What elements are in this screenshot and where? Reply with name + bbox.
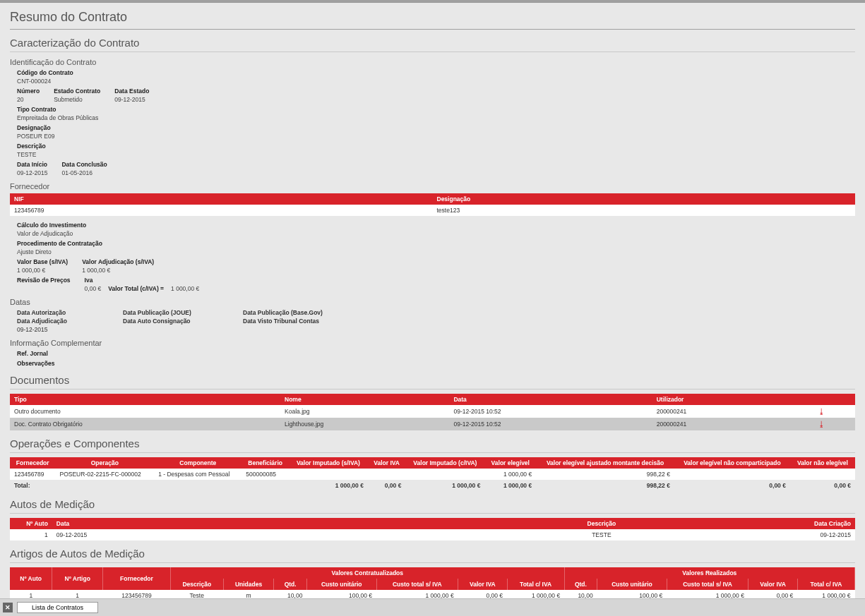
subsection-fornecedor: Fornecedor	[10, 182, 855, 191]
table-row: 123456789 teste123	[10, 205, 855, 216]
section-artigos: Artigos de Autos de Medição	[10, 548, 855, 563]
th-doc-tipo: Tipo	[10, 394, 280, 405]
data-estado-label: Data Estado	[114, 87, 149, 95]
procedimento-label: Procedimento de Contratação	[17, 240, 102, 247]
subsection-datas: Datas	[10, 298, 855, 306]
data-conclusao-value: 01-05-2016	[61, 169, 107, 176]
observacoes-label: Observações	[17, 360, 54, 367]
footer-bar: ✕ Lista de Contratos	[0, 598, 865, 616]
ref-jornal-label: Ref. Jornal	[17, 350, 48, 357]
calculo-label: Cálculo do Investimento	[17, 222, 86, 229]
numero-value: 20	[17, 96, 40, 103]
artigos-table: Nº Auto Nº Artigo Fornecedor Valores Con…	[10, 567, 855, 601]
data-pub-joue-label: Data Publicação (JOUE)	[123, 309, 236, 316]
tab-lista-contratos[interactable]: Lista de Contratos	[17, 602, 98, 613]
valor-adj-value: 1 000,00 €	[82, 267, 154, 274]
total-row: Total: 1 000,00 € 0,00 € 1 000,00 € 1 00…	[10, 480, 855, 491]
data-adjudicacao-label: Data Adjudicação	[17, 318, 116, 325]
data-inicio-label: Data Início	[17, 161, 47, 168]
autos-table: Nº Auto Data Descrição Data Criação 1 09…	[10, 518, 855, 540]
th-nif: NIF	[10, 193, 433, 205]
operacoes-table: Fornecedor Operação Componente Beneficiá…	[10, 457, 855, 491]
subsection-info-complementar: Informação Complementar	[10, 339, 855, 347]
tipo-label: Tipo Contrato	[17, 106, 98, 113]
iva-label: Iva	[85, 277, 200, 284]
fornecedor-table: NIF Designação 123456789 teste123	[10, 193, 855, 216]
page-title: Resumo do Contrato	[10, 10, 855, 30]
valor-total-label: Valor Total (c/IVA) =	[108, 285, 164, 292]
data-visto-label: Data Visto Tribunal Contas	[243, 318, 370, 325]
table-row: Doc. Contrato Obrigatório Lighthouse.jpg…	[10, 418, 855, 430]
data-autorizacao-label: Data Autorização	[17, 309, 116, 316]
data-auto-consig-label: Data Auto Consignação	[123, 318, 236, 325]
tipo-value: Empreitada de Obras Públicas	[17, 114, 98, 121]
documentos-table: Tipo Nome Data Utilizador Outro document…	[10, 394, 855, 430]
close-button[interactable]: ✕	[3, 603, 13, 612]
section-caracterizacao: Caracterização do Contrato	[10, 37, 855, 52]
codigo-label: Código do Contrato	[17, 69, 73, 76]
table-row: Outro documento Koala.jpg 09-12-2015 10:…	[10, 405, 855, 418]
data-adjudicacao-value: 09-12-2015	[17, 326, 116, 333]
descricao-value: TESTE	[17, 151, 46, 158]
estado-value: Submetido	[54, 96, 100, 103]
table-row: 1 09-12-2015 TESTE 09-12-2015	[10, 529, 855, 540]
download-icon[interactable]: ⭳	[818, 407, 825, 416]
cell-designacao: teste123	[433, 205, 856, 216]
th-designacao: Designação	[433, 193, 856, 205]
page-content: Resumo do Contrato Caracterização do Con…	[0, 3, 865, 616]
th-doc-nome: Nome	[280, 394, 449, 405]
table-row: 123456789 POSEUR-02-2215-FC-000002 1 - D…	[10, 469, 855, 480]
procedimento-value: Ajuste Direto	[17, 248, 102, 255]
th-doc-utilizador: Utilizador	[652, 394, 788, 405]
descricao-label: Descrição	[17, 143, 46, 150]
valor-total-value: 1 000,00 €	[171, 285, 199, 292]
valor-base-value: 1 000,00 €	[17, 267, 68, 274]
subsection-identificacao: Identificação do Contrato	[10, 58, 855, 66]
data-estado-value: 09-12-2015	[114, 96, 149, 103]
iva-value: 0,00 €	[85, 285, 102, 292]
revisao-label: Revisão de Preços	[17, 277, 71, 284]
calculo-value: Valor de Adjudicação	[17, 230, 86, 237]
data-inicio-value: 09-12-2015	[17, 169, 47, 176]
valor-base-label: Valor Base (s/IVA)	[17, 258, 68, 265]
data-pub-basegov-label: Data Publicação (Base.Gov)	[243, 309, 370, 316]
download-icon[interactable]: ⭳	[818, 420, 825, 428]
designacao-value: POSEUR E09	[17, 133, 54, 140]
data-conclusao-label: Data Conclusão	[61, 161, 107, 168]
codigo-value: CNT-000024	[17, 78, 73, 85]
section-documentos: Documentos	[10, 374, 855, 389]
numero-label: Número	[17, 87, 40, 95]
th-doc-data: Data	[449, 394, 652, 405]
section-autos: Autos de Medição	[10, 498, 855, 514]
section-operacoes: Operações e Componentes	[10, 437, 855, 453]
estado-label: Estado Contrato	[54, 87, 100, 95]
designacao-label: Designação	[17, 124, 54, 131]
cell-nif: 123456789	[10, 205, 433, 216]
valor-adj-label: Valor Adjudicação (s/IVA)	[82, 258, 154, 265]
